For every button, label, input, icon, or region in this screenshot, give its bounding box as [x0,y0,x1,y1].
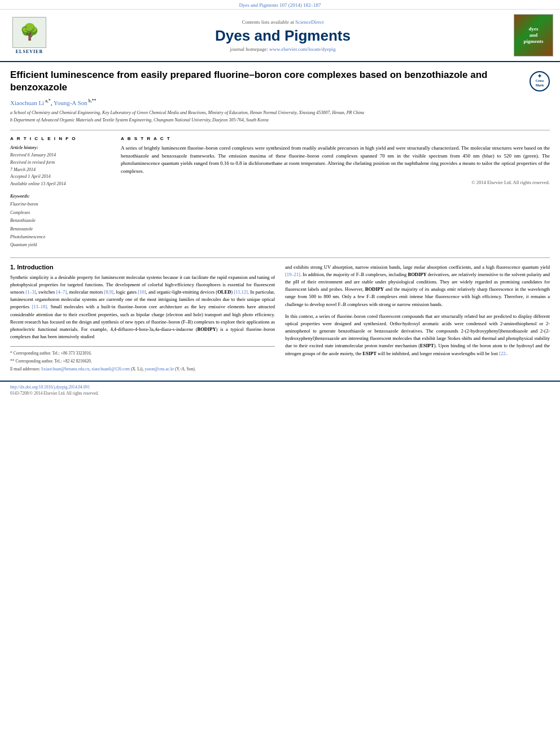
journal-title-center: Contents lists available at ScienceDirec… [52,19,514,52]
authors-line: Xiaochuan Li a,*, Young-A Son b,** [10,98,550,106]
journal-reference-bar: Dyes and Pigments 107 (2014) 182–187 [0,0,560,10]
article-history: Article history: Received 6 January 2014… [10,145,112,188]
affiliation-a: a School of Chemistry and Chemical Engin… [10,110,550,116]
crossmark-badge[interactable]: ✚CrossMark [530,71,550,91]
doi-link[interactable]: http://dx.doi.org/10.1016/j.dyepig.2014.… [10,385,550,390]
ref-10[interactable]: [10] [138,289,146,295]
article-title-section: Efficient luminescence from easily prepa… [10,69,550,94]
received-date: Received 6 January 2014 [10,152,112,159]
elsevier-brand-text: ELSEVIER [16,49,43,54]
received-revised-label: Received in revised form [10,159,112,167]
homepage-prefix: journal homepage: [230,46,269,52]
ref-11-12[interactable]: [11,12] [234,289,247,295]
keyword-1: Fluorine-boron [10,200,112,208]
author-2-superscript: b,** [88,98,97,103]
abstract-col: A B S T R A C T A series of brightly lum… [121,136,550,250]
available-online-date: Available online 13 April 2014 [10,181,112,188]
footnote-2: ** Corresponding author. Tel.: +82 42 82… [10,358,275,365]
science-direct-line: Contents lists available at ScienceDirec… [52,19,514,25]
homepage-link[interactable]: www.elsevier.com/locate/dyepig [269,46,335,52]
article-content: Efficient luminescence from easily prepa… [0,62,560,381]
abstract-title: A B S T R A C T [121,136,550,141]
ref-1-3[interactable]: [1–3] [25,289,36,295]
author-1-superscript: a,* [44,98,51,103]
email-3-link[interactable]: yason@cnu.ac.kr [145,366,174,372]
ref-13-18[interactable]: [13–18] [32,304,47,309]
issn-text: 0143-7208/© 2014 Elsevier Ltd. All right… [10,391,550,396]
body-right-col: and exhibits strong UV absorption, narro… [285,264,550,374]
intro-paragraph-1-cont: and exhibits strong UV absorption, narro… [285,264,550,308]
email-2-link[interactable]: xiaochuanli@126.com [91,366,130,372]
email-1-link[interactable]: lixiaochuan@henanu.edu.cn [41,366,89,372]
email-label: E-mail addresses: [10,366,40,372]
intro-paragraph-1: Synthetic simplicity is a desirable prop… [10,274,275,341]
journal-name: Dyes and Pigments [52,27,514,45]
email-suffix-2: (Y.-A. Son). [174,366,195,372]
contents-available-text: Contents lists available at [242,19,294,25]
affiliation-b: b Department of Advanced Organic Materia… [10,117,550,123]
crossmark-icon: ✚CrossMark [536,75,544,88]
revised-date: 7 March 2014 [10,167,112,174]
affiliations: a School of Chemistry and Chemical Engin… [10,110,550,123]
journal-cover-image: dyes and pigments [514,14,553,56]
article-title: Efficient luminescence from easily prepa… [10,69,524,94]
abstract-text: A series of brightly luminescent fluorin… [121,145,550,175]
accepted-date: Accepted 1 April 2014 [10,173,112,181]
science-direct-link[interactable]: ScienceDirect [295,19,323,25]
ref-4-7[interactable]: [4–7] [56,289,67,295]
intro-paragraph-2: In this context, a series of fluorine–bo… [285,313,550,357]
keywords-section: Keywords: Fluorine-boron Complexes Benzo… [10,193,112,250]
ref-19-21[interactable]: [19–21] [285,272,300,277]
copyright-line: © 2014 Elsevier Ltd. All rights reserved… [121,180,550,185]
author-2[interactable]: Young-A Son [54,99,88,106]
keywords-title: Keywords: [10,193,112,200]
journal-reference-text: Dyes and Pigments 107 (2014) 182–187 [239,2,321,8]
cover-label: dyes and pigments [523,26,543,44]
body-section: 1. Introduction Synthetic simplicity is … [10,257,550,374]
keyword-5: Photoluminescence [10,233,112,241]
article-info-title: A R T I C L E I N F O [10,136,112,141]
keyword-3: Benzothiazole [10,217,112,225]
footnotes-section: * Corresponding author. Tel.: +86 373 33… [10,346,275,373]
article-info-abstract-section: A R T I C L E I N F O Article history: R… [10,130,550,250]
article-info-col: A R T I C L E I N F O Article history: R… [10,136,112,250]
ref-22[interactable]: [22– [499,351,508,356]
introduction-heading: 1. Introduction [10,264,275,270]
email-suffix-1: (X. Li), [130,366,144,372]
journal-header: 🌳 ELSEVIER Contents lists available at S… [0,10,560,62]
keyword-4: Benzoxazole [10,225,112,233]
history-title: Article history: [10,145,112,152]
author-1[interactable]: Xiaochuan Li [10,99,44,106]
keyword-2: Complexes [10,209,112,217]
email-footnote: E-mail addresses: lixiaochuan@henanu.edu… [10,366,275,373]
elsevier-tree-icon: 🌳 [20,24,40,40]
ref-8-9[interactable]: [8,9] [104,289,113,295]
elsevier-logo: 🌳 ELSEVIER [7,17,52,54]
journal-homepage: journal homepage: www.elsevier.com/locat… [52,46,514,52]
elsevier-logo-image: 🌳 [12,17,46,48]
keyword-6: Quantum yield [10,241,112,249]
body-left-col: 1. Introduction Synthetic simplicity is … [10,264,275,374]
bottom-bar: http://dx.doi.org/10.1016/j.dyepig.2014.… [0,381,560,399]
footnote-1: * Corresponding author. Tel.: +86 373 33… [10,350,275,357]
